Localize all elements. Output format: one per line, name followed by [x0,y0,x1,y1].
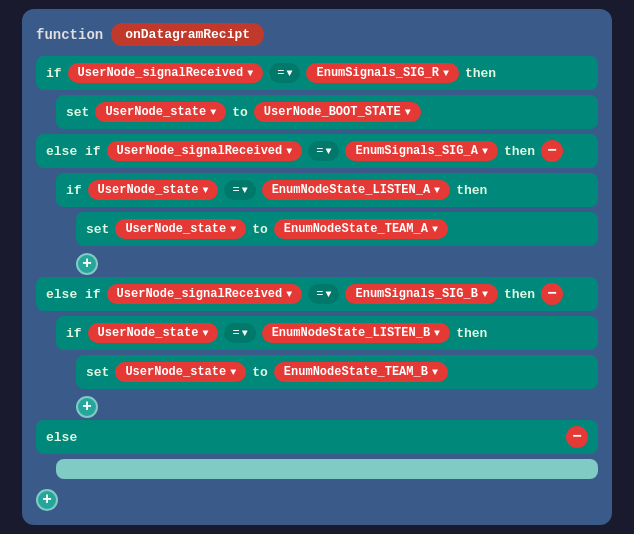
elseif-then-1: then [504,144,535,159]
if-block-3: if UserNode_state = EnumNodeState_LISTEN… [56,316,598,350]
if-var-3[interactable]: UserNode_state [88,323,219,343]
add-block-1[interactable]: + [76,253,98,275]
elseif-then-2: then [504,287,535,302]
then-label-1: then [465,66,496,81]
elseif-val-2[interactable]: EnumSignals_SIG_B [345,284,497,304]
to-label-2: to [252,222,268,237]
if-then-3: then [456,326,487,341]
if-val-2[interactable]: EnumNodeState_LISTEN_A [262,180,450,200]
set-block-2: set UserNode_state to EnumNodeState_TEAM… [76,212,598,246]
plus-row-2: + [76,394,598,420]
set-keyword-1: set [66,105,89,120]
elseif-signal-2[interactable]: UserNode_signalReceived [107,284,303,304]
signal-pill-1[interactable]: UserNode_signalReceived [68,63,264,83]
elseif-op-1[interactable]: = [308,141,339,161]
elseif-keyword-2: else if [46,287,101,302]
if-op-3[interactable]: = [224,323,255,343]
function-keyword: function [36,27,103,43]
operator-pill-1[interactable]: = [269,63,300,83]
elseif-block-1: else if UserNode_signalReceived = EnumSi… [36,134,598,168]
if-then-2: then [456,183,487,198]
to-label-3: to [252,365,268,380]
elseif-remove-2[interactable]: − [541,283,563,305]
set-var-1[interactable]: UserNode_state [95,102,226,122]
else-keyword: else [46,430,77,445]
else-spacer [56,459,598,479]
add-block-2[interactable]: + [76,396,98,418]
set-block-1: set UserNode_state to UserNode_BOOT_STAT… [56,95,598,129]
to-label-1: to [232,105,248,120]
function-name[interactable]: onDatagramRecipt [111,23,264,46]
set-keyword-3: set [86,365,109,380]
set-var-3[interactable]: UserNode_state [115,362,246,382]
set-val-1[interactable]: UserNode_BOOT_STATE [254,102,421,122]
plus-row-1: + [76,251,598,277]
elseif-signal-1[interactable]: UserNode_signalReceived [107,141,303,161]
else-block: else − [36,420,598,454]
add-block-bottom[interactable]: + [36,489,58,511]
if-keyword-3: if [66,326,82,341]
elseif-op-2[interactable]: = [308,284,339,304]
if-keyword-1: if [46,66,62,81]
if-block-2: if UserNode_state = EnumNodeState_LISTEN… [56,173,598,207]
bottom-plus-row: + [36,489,598,511]
set-block-3: set UserNode_state to EnumNodeState_TEAM… [76,355,598,389]
if-keyword-2: if [66,183,82,198]
set-val-3[interactable]: EnumNodeState_TEAM_B [274,362,448,382]
set-var-2[interactable]: UserNode_state [115,219,246,239]
if-val-3[interactable]: EnumNodeState_LISTEN_B [262,323,450,343]
elseif-block-2: else if UserNode_signalReceived = EnumSi… [36,277,598,311]
set-val-2[interactable]: EnumNodeState_TEAM_A [274,219,448,239]
function-container: function onDatagramRecipt if UserNode_si… [22,9,612,525]
value-pill-1[interactable]: EnumSignals_SIG_R [306,63,458,83]
if-op-2[interactable]: = [224,180,255,200]
else-inner-row [56,459,598,484]
elseif-keyword-1: else if [46,144,101,159]
if-var-2[interactable]: UserNode_state [88,180,219,200]
set-keyword-2: set [86,222,109,237]
elseif-val-1[interactable]: EnumSignals_SIG_A [345,141,497,161]
function-header: function onDatagramRecipt [36,23,598,46]
else-remove[interactable]: − [566,426,588,448]
if-block-1: if UserNode_signalReceived = EnumSignals… [36,56,598,90]
elseif-remove-1[interactable]: − [541,140,563,162]
